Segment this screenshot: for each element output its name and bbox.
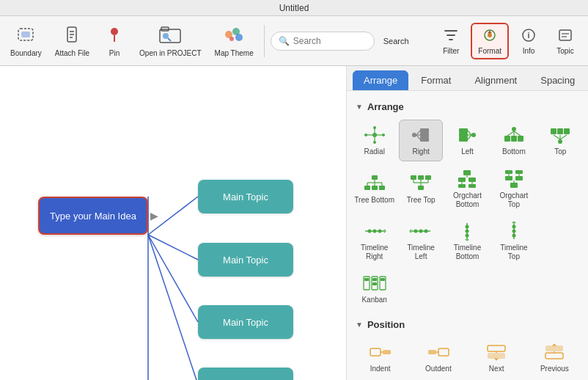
- right-label: Right: [412, 147, 429, 156]
- tab-alignment[interactable]: Alignment: [463, 70, 528, 90]
- svg-point-35: [373, 126, 376, 129]
- svg-rect-89: [458, 184, 466, 188]
- timeline-left-label: Timeline Left: [400, 244, 441, 261]
- indent-label: Indent: [370, 365, 391, 373]
- arrange-left[interactable]: Left: [446, 120, 489, 161]
- attach-file-label: Attach File: [55, 49, 89, 57]
- mindmap: Type your Main Idea ▶ Main Topic Main To…: [0, 66, 346, 380]
- branch-node-3[interactable]: Main Topic: [198, 305, 293, 339]
- svg-rect-91: [505, 170, 512, 174]
- right-icon: [408, 125, 434, 145]
- toolbar-attach-file[interactable]: Attach File: [51, 21, 94, 60]
- svg-line-61: [560, 135, 567, 139]
- canvas[interactable]: Type your Main Idea ▶ Main Topic Main To…: [0, 66, 346, 380]
- arrange-top[interactable]: Top: [539, 120, 582, 161]
- branch-node-1[interactable]: Main Topic: [198, 180, 293, 213]
- branch-node-2[interactable]: Main Topic: [198, 243, 293, 277]
- svg-line-38: [416, 131, 420, 135]
- svg-point-114: [466, 234, 469, 238]
- svg-rect-129: [381, 278, 385, 281]
- boundary-icon: [15, 24, 36, 48]
- toolbar-info[interactable]: i Info: [512, 24, 545, 58]
- toolbar-map-theme[interactable]: Map Theme: [210, 21, 258, 60]
- toolbar-format[interactable]: Format: [471, 23, 509, 59]
- svg-rect-75: [418, 175, 424, 180]
- orgchart-top-icon: [501, 169, 527, 189]
- window-title: Untitled: [279, 3, 309, 13]
- position-section-header[interactable]: ▼ Position: [353, 315, 582, 335]
- arrange-right[interactable]: Right: [399, 120, 442, 161]
- svg-rect-55: [504, 136, 510, 142]
- position-arrow-icon: ▼: [356, 321, 363, 329]
- toolbar-boundary[interactable]: Boundary: [6, 21, 46, 60]
- toolbar-divider-1: [264, 25, 265, 57]
- toolbar-topic[interactable]: Topic: [548, 24, 582, 58]
- svg-rect-134: [428, 350, 436, 354]
- tab-arrange[interactable]: Arrange: [353, 70, 408, 90]
- arrange-section-header[interactable]: ▼ Arrange: [353, 97, 582, 117]
- top-icon: [547, 125, 573, 145]
- svg-point-58: [558, 139, 562, 144]
- tree-top-label: Tree Top: [407, 196, 436, 205]
- position-outdent[interactable]: Outdent: [411, 337, 466, 377]
- arrange-orgchart-bottom[interactable]: Orgchart Bottom: [446, 164, 489, 213]
- arrange-tree-top[interactable]: Tree Top: [399, 164, 442, 213]
- position-next[interactable]: Next: [469, 337, 524, 377]
- toolbar-pin[interactable]: Pin: [98, 21, 131, 60]
- arrange-timeline-right[interactable]: Timeline Right: [353, 216, 396, 266]
- position-previous[interactable]: Previous: [527, 337, 582, 377]
- arrange-timeline-bottom[interactable]: Timeline Bottom: [446, 216, 489, 266]
- svg-line-110: [410, 231, 411, 233]
- svg-point-120: [512, 234, 515, 238]
- svg-rect-1: [21, 32, 30, 37]
- info-label: Info: [523, 47, 535, 55]
- branch-node-4[interactable]: Main Topic: [198, 368, 293, 380]
- svg-rect-41: [420, 128, 429, 133]
- svg-rect-62: [551, 128, 556, 134]
- timeline-right-icon: [361, 221, 388, 241]
- arrange-timeline-top[interactable]: Timeline Top: [492, 216, 535, 266]
- bottom-icon: [501, 125, 527, 145]
- arrange-kanban[interactable]: Kanban: [353, 268, 396, 309]
- arrange-bottom[interactable]: Bottom: [492, 120, 535, 161]
- svg-rect-90: [468, 184, 476, 188]
- svg-line-59: [554, 135, 560, 139]
- toolbar-filter[interactable]: Filter: [434, 24, 468, 58]
- format-label: Format: [478, 47, 501, 55]
- svg-rect-63: [557, 128, 563, 134]
- svg-rect-141: [545, 353, 563, 359]
- main-area: Type your Main Idea ▶ Main Topic Main To…: [0, 66, 588, 380]
- tree-top-icon: [408, 173, 434, 194]
- svg-point-34: [382, 134, 385, 136]
- left-icon: [454, 125, 480, 145]
- svg-point-51: [512, 127, 516, 131]
- toolbar-open-project[interactable]: Open in PROJECT: [135, 21, 205, 60]
- topic-label: Topic: [556, 47, 573, 55]
- svg-line-40: [416, 135, 420, 139]
- arrange-orgchart-top[interactable]: Orgchart Top: [492, 164, 535, 213]
- svg-rect-128: [372, 282, 377, 285]
- arrange-timeline-left[interactable]: Timeline Left: [399, 216, 442, 266]
- svg-rect-74: [411, 175, 416, 180]
- toolbar-search-label[interactable]: Search: [379, 34, 414, 48]
- arrange-radial[interactable]: Radial: [353, 120, 396, 161]
- attach-file-icon: [62, 24, 82, 48]
- toolbar: Boundary Attach File Pin: [0, 16, 588, 66]
- position-indent[interactable]: Indent: [353, 337, 408, 377]
- svg-rect-92: [515, 170, 523, 174]
- svg-rect-50: [459, 137, 468, 142]
- svg-rect-42: [420, 133, 429, 137]
- svg-point-113: [466, 230, 469, 233]
- search-input[interactable]: [293, 36, 367, 46]
- svg-rect-65: [372, 175, 378, 180]
- kanban-icon: [361, 273, 388, 293]
- svg-point-14: [235, 34, 243, 41]
- tab-format[interactable]: Format: [410, 70, 462, 90]
- pin-label: Pin: [109, 49, 120, 57]
- central-node[interactable]: Type your Main Idea ▶: [38, 197, 148, 235]
- search-box[interactable]: 🔍: [271, 32, 375, 51]
- arrange-tree-bottom[interactable]: Tree Bottom: [353, 164, 396, 213]
- panel-tabs: Arrange Format Alignment Spacing: [347, 66, 588, 91]
- tab-spacing[interactable]: Spacing: [529, 70, 586, 90]
- svg-rect-71: [364, 186, 370, 190]
